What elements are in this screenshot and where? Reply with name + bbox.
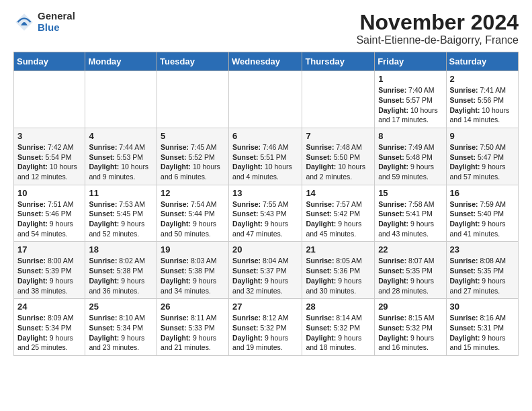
calendar-cell: 29Sunrise: 8:15 AMSunset: 5:32 PMDayligh… — [375, 299, 446, 356]
calendar-cell: 7Sunrise: 7:48 AMSunset: 5:50 PMDaylight… — [302, 128, 375, 185]
day-info: Sunrise: 7:55 AMSunset: 5:43 PMDaylight:… — [232, 199, 298, 239]
calendar-cell: 27Sunrise: 8:12 AMSunset: 5:32 PMDayligh… — [229, 299, 302, 356]
logo-text: General Blue — [38, 11, 75, 33]
day-number: 24 — [17, 302, 81, 312]
col-saturday: Saturday — [446, 52, 518, 71]
day-number: 27 — [232, 302, 298, 312]
main-title: November 2024 — [356, 11, 519, 34]
calendar-week-row: 3Sunrise: 7:42 AMSunset: 5:54 PMDaylight… — [14, 128, 519, 185]
day-number: 6 — [232, 131, 298, 141]
day-info: Sunrise: 8:12 AMSunset: 5:32 PMDaylight:… — [232, 313, 298, 353]
calendar-week-row: 1Sunrise: 7:40 AMSunset: 5:57 PMDaylight… — [14, 71, 519, 128]
logo-blue: Blue — [38, 22, 75, 34]
logo-general: General — [38, 11, 75, 22]
day-info: Sunrise: 7:57 AMSunset: 5:42 PMDaylight:… — [306, 199, 371, 239]
day-info: Sunrise: 8:09 AMSunset: 5:34 PMDaylight:… — [17, 313, 81, 353]
day-info: Sunrise: 8:08 AMSunset: 5:35 PMDaylight:… — [450, 256, 515, 295]
calendar-cell: 6Sunrise: 7:46 AMSunset: 5:51 PMDaylight… — [229, 128, 302, 185]
subtitle: Saint-Etienne-de-Baigorry, France — [356, 34, 519, 46]
day-number: 17 — [17, 244, 81, 255]
calendar-cell: 10Sunrise: 7:51 AMSunset: 5:46 PMDayligh… — [14, 185, 85, 242]
calendar: Sunday Monday Tuesday Wednesday Thursday… — [13, 52, 519, 356]
day-number: 20 — [232, 244, 298, 255]
day-number: 22 — [378, 244, 442, 255]
day-number: 25 — [89, 302, 153, 312]
day-number: 30 — [450, 302, 515, 312]
day-info: Sunrise: 8:07 AMSunset: 5:35 PMDaylight:… — [378, 256, 442, 295]
calendar-cell: 18Sunrise: 8:02 AMSunset: 5:38 PMDayligh… — [85, 242, 157, 299]
calendar-week-row: 24Sunrise: 8:09 AMSunset: 5:34 PMDayligh… — [14, 299, 519, 356]
calendar-week-row: 17Sunrise: 8:00 AMSunset: 5:39 PMDayligh… — [14, 242, 519, 299]
day-number: 18 — [89, 244, 153, 255]
day-number: 9 — [450, 131, 515, 141]
calendar-cell: 21Sunrise: 8:05 AMSunset: 5:36 PMDayligh… — [302, 242, 375, 299]
day-info: Sunrise: 8:02 AMSunset: 5:38 PMDaylight:… — [89, 256, 153, 295]
calendar-cell: 17Sunrise: 8:00 AMSunset: 5:39 PMDayligh… — [14, 242, 85, 299]
col-wednesday: Wednesday — [229, 52, 302, 71]
page: General Blue November 2024 Saint-Etienne… — [0, 0, 532, 367]
day-number: 10 — [17, 188, 81, 198]
day-info: Sunrise: 7:59 AMSunset: 5:40 PMDaylight:… — [450, 199, 515, 239]
day-info: Sunrise: 8:03 AMSunset: 5:38 PMDaylight:… — [161, 256, 225, 295]
day-info: Sunrise: 7:51 AMSunset: 5:46 PMDaylight:… — [17, 199, 81, 239]
day-number: 16 — [450, 188, 515, 198]
calendar-cell — [85, 71, 157, 128]
day-info: Sunrise: 7:53 AMSunset: 5:45 PMDaylight:… — [89, 199, 153, 239]
calendar-cell: 4Sunrise: 7:44 AMSunset: 5:53 PMDaylight… — [85, 128, 157, 185]
col-monday: Monday — [85, 52, 157, 71]
calendar-week-row: 10Sunrise: 7:51 AMSunset: 5:46 PMDayligh… — [14, 185, 519, 242]
calendar-cell: 3Sunrise: 7:42 AMSunset: 5:54 PMDaylight… — [14, 128, 85, 185]
day-info: Sunrise: 7:48 AMSunset: 5:50 PMDaylight:… — [306, 142, 371, 182]
col-sunday: Sunday — [14, 52, 85, 71]
calendar-cell — [14, 71, 85, 128]
calendar-cell: 14Sunrise: 7:57 AMSunset: 5:42 PMDayligh… — [302, 185, 375, 242]
calendar-cell: 30Sunrise: 8:16 AMSunset: 5:31 PMDayligh… — [446, 299, 518, 356]
calendar-cell: 5Sunrise: 7:45 AMSunset: 5:52 PMDaylight… — [157, 128, 229, 185]
calendar-cell: 9Sunrise: 7:50 AMSunset: 5:47 PMDaylight… — [446, 128, 518, 185]
day-number: 2 — [450, 74, 515, 84]
calendar-cell: 25Sunrise: 8:10 AMSunset: 5:34 PMDayligh… — [85, 299, 157, 356]
day-number: 26 — [161, 302, 225, 312]
logo-icon — [13, 11, 35, 33]
calendar-cell: 12Sunrise: 7:54 AMSunset: 5:44 PMDayligh… — [157, 185, 229, 242]
col-friday: Friday — [375, 52, 446, 71]
day-info: Sunrise: 8:14 AMSunset: 5:32 PMDaylight:… — [306, 313, 371, 353]
logo: General Blue — [13, 11, 75, 33]
day-number: 21 — [306, 244, 371, 255]
day-info: Sunrise: 8:16 AMSunset: 5:31 PMDaylight:… — [450, 313, 515, 353]
day-info: Sunrise: 7:45 AMSunset: 5:52 PMDaylight:… — [161, 142, 225, 182]
day-info: Sunrise: 7:54 AMSunset: 5:44 PMDaylight:… — [161, 199, 225, 239]
calendar-cell: 16Sunrise: 7:59 AMSunset: 5:40 PMDayligh… — [446, 185, 518, 242]
day-number: 23 — [450, 244, 515, 255]
calendar-cell: 26Sunrise: 8:11 AMSunset: 5:33 PMDayligh… — [157, 299, 229, 356]
day-info: Sunrise: 8:11 AMSunset: 5:33 PMDaylight:… — [161, 313, 225, 353]
day-info: Sunrise: 8:15 AMSunset: 5:32 PMDaylight:… — [378, 313, 442, 353]
calendar-cell: 2Sunrise: 7:41 AMSunset: 5:56 PMDaylight… — [446, 71, 518, 128]
calendar-cell: 23Sunrise: 8:08 AMSunset: 5:35 PMDayligh… — [446, 242, 518, 299]
day-number: 13 — [232, 188, 298, 198]
day-number: 4 — [89, 131, 153, 141]
header-row: Sunday Monday Tuesday Wednesday Thursday… — [14, 52, 519, 71]
calendar-cell: 19Sunrise: 8:03 AMSunset: 5:38 PMDayligh… — [157, 242, 229, 299]
day-info: Sunrise: 7:40 AMSunset: 5:57 PMDaylight:… — [378, 85, 442, 125]
calendar-cell: 22Sunrise: 8:07 AMSunset: 5:35 PMDayligh… — [375, 242, 446, 299]
day-number: 29 — [378, 302, 442, 312]
day-number: 11 — [89, 188, 153, 198]
day-info: Sunrise: 7:42 AMSunset: 5:54 PMDaylight:… — [17, 142, 81, 182]
day-number: 8 — [378, 131, 442, 141]
day-info: Sunrise: 7:49 AMSunset: 5:48 PMDaylight:… — [378, 142, 442, 182]
calendar-cell: 24Sunrise: 8:09 AMSunset: 5:34 PMDayligh… — [14, 299, 85, 356]
day-info: Sunrise: 8:10 AMSunset: 5:34 PMDaylight:… — [89, 313, 153, 353]
day-number: 12 — [161, 188, 225, 198]
calendar-cell: 1Sunrise: 7:40 AMSunset: 5:57 PMDaylight… — [375, 71, 446, 128]
calendar-cell: 28Sunrise: 8:14 AMSunset: 5:32 PMDayligh… — [302, 299, 375, 356]
header: General Blue November 2024 Saint-Etienne… — [13, 11, 519, 46]
calendar-cell — [157, 71, 229, 128]
col-tuesday: Tuesday — [157, 52, 229, 71]
day-number: 1 — [378, 74, 442, 84]
calendar-cell: 8Sunrise: 7:49 AMSunset: 5:48 PMDaylight… — [375, 128, 446, 185]
calendar-cell — [302, 71, 375, 128]
day-info: Sunrise: 8:05 AMSunset: 5:36 PMDaylight:… — [306, 256, 371, 295]
calendar-cell: 13Sunrise: 7:55 AMSunset: 5:43 PMDayligh… — [229, 185, 302, 242]
day-info: Sunrise: 8:00 AMSunset: 5:39 PMDaylight:… — [17, 256, 81, 295]
